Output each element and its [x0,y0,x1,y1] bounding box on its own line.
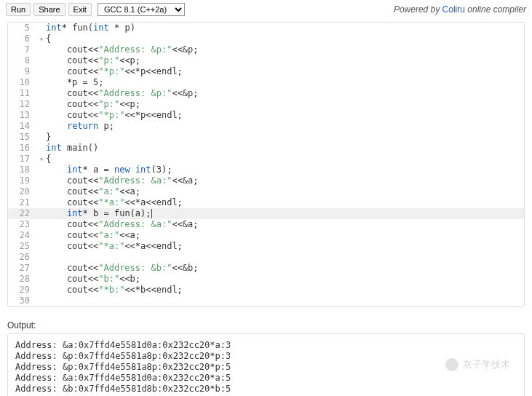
code-content[interactable] [44,252,524,263]
code-line[interactable]: 20 cout<<"a:"<<a; [8,186,524,197]
share-button[interactable]: Share [33,3,65,16]
line-number: 21 [8,197,37,208]
code-editor[interactable]: 5 int* fun(int * p)6▾{7 cout<<"Address: … [7,22,525,307]
output-panel: Address: &a:0x7ffd4e5581d0a:0x232cc20*a:… [7,333,525,396]
code-content[interactable]: } [44,132,524,143]
code-line[interactable]: 13 cout<<"*p:"<<*p<<endl; [8,110,524,121]
code-line[interactable]: 27 cout<<"Address: &b:"<<&b; [8,263,524,274]
fold-icon [37,197,44,208]
code-line[interactable]: 30 [8,296,524,306]
code-content[interactable]: *p = 5; [44,77,524,88]
line-number: 11 [8,88,37,99]
code-content[interactable]: cout<<"Address: &a:"<<&a; [44,219,524,230]
line-number: 26 [8,252,37,263]
code-line[interactable]: 29 cout<<"*b:"<<*b<<endl; [8,285,524,296]
run-button[interactable]: Run [6,3,31,16]
fold-icon [37,121,44,132]
code-line[interactable]: 15 } [8,132,524,143]
code-line[interactable]: 19 cout<<"Address: &a:"<<&a; [8,175,524,186]
line-number: 16 [8,143,37,154]
code-content[interactable]: cout<<"Address: &b:"<<&b; [44,263,524,274]
fold-icon [37,44,44,55]
powered-suffix: online compiler [465,4,526,15]
fold-icon[interactable]: ▾ [37,154,44,165]
code-content[interactable]: cout<<"*a:"<<*a<<endl; [44,241,524,252]
code-line[interactable]: 23 cout<<"Address: &a:"<<&a; [8,219,524,230]
code-line[interactable]: 10 *p = 5; [8,77,524,88]
fold-icon [37,285,44,296]
powered-by-text: Powered by Coliru online compiler [394,4,526,15]
code-line[interactable]: 21 cout<<"*a:"<<*a<<endl; [8,197,524,208]
fold-icon [37,219,44,230]
code-line[interactable]: 26 [8,252,524,263]
code-line[interactable]: 24 cout<<"a:"<<a; [8,230,524,241]
code-content[interactable]: int main() [44,143,524,154]
fold-icon[interactable]: ▾ [37,33,44,44]
code-content[interactable]: cout<<"Address: &p:"<<&p; [44,44,524,55]
code-line[interactable]: 8 cout<<"p:"<<p; [8,55,524,66]
fold-icon [37,274,44,285]
fold-icon [37,263,44,274]
code-line[interactable]: 22 int* b = fun(a); [8,208,524,219]
fold-icon [37,296,44,306]
code-content[interactable]: int* b = fun(a); [44,208,524,219]
code-line[interactable]: 16 int main() [8,143,524,154]
code-line[interactable]: 7 cout<<"Address: &p:"<<&p; [8,44,524,55]
code-line[interactable]: 9 cout<<"*p:"<<*p<<endl; [8,66,524,77]
compiler-select[interactable]: GCC 8.1 (C++2a) [98,3,185,16]
line-number: 7 [8,44,37,55]
code-line[interactable]: 28 cout<<"b:"<<b; [8,274,524,285]
fold-icon [37,99,44,110]
code-content[interactable]: cout<<"*p:"<<*p<<endl; [44,110,524,121]
line-number: 22 [8,208,37,219]
code-line[interactable]: 14 return p; [8,121,524,132]
exit-button[interactable]: Exit [68,3,92,16]
code-line[interactable]: 5 int* fun(int * p) [8,23,524,33]
line-number: 27 [8,263,37,274]
line-number: 24 [8,230,37,241]
code-content[interactable]: cout<<"p:"<<p; [44,55,524,66]
fold-icon [37,110,44,121]
fold-icon [37,143,44,154]
line-number: 29 [8,285,37,296]
code-content[interactable]: { [44,33,524,44]
code-content[interactable]: int* a = new int(3); [44,165,524,175]
code-content[interactable]: int* fun(int * p) [44,23,524,33]
code-content[interactable]: cout<<"p:"<<p; [44,99,524,110]
code-line[interactable]: 17▾{ [8,154,524,165]
code-content[interactable] [44,296,524,306]
fold-icon [37,88,44,99]
line-number: 30 [8,296,37,306]
line-number: 6 [8,33,37,44]
code-content[interactable]: cout<<"*b:"<<*b<<endl; [44,285,524,296]
fold-icon [37,23,44,33]
fold-icon [37,132,44,143]
code-line[interactable]: 11 cout<<"Address: &p:"<<&p; [8,88,524,99]
fold-icon [37,55,44,66]
line-number: 20 [8,186,37,197]
code-content[interactable]: cout<<"b:"<<b; [44,274,524,285]
line-number: 18 [8,165,37,175]
code-content[interactable]: cout<<"*p:"<<*p<<endl; [44,66,524,77]
fold-icon [37,66,44,77]
code-line[interactable]: 12 cout<<"p:"<<p; [8,99,524,110]
code-content[interactable]: cout<<"*a:"<<*a<<endl; [44,197,524,208]
line-number: 23 [8,219,37,230]
code-content[interactable]: { [44,154,524,165]
code-line[interactable]: 6▾{ [8,33,524,44]
line-number: 17 [8,154,37,165]
code-content[interactable]: return p; [44,121,524,132]
code-content[interactable]: cout<<"Address: &p:"<<&p; [44,88,524,99]
code-content[interactable]: cout<<"a:"<<a; [44,230,524,241]
fold-icon [37,77,44,88]
coliru-link[interactable]: Coliru [442,4,465,15]
code-content[interactable]: cout<<"Address: &a:"<<&a; [44,175,524,186]
fold-icon [37,175,44,186]
code-line[interactable]: 25 cout<<"*a:"<<*a<<endl; [8,241,524,252]
code-content[interactable]: cout<<"a:"<<a; [44,186,524,197]
fold-icon [37,252,44,263]
line-number: 14 [8,121,37,132]
line-number: 12 [8,99,37,110]
fold-icon [37,241,44,252]
code-line[interactable]: 18 int* a = new int(3); [8,165,524,175]
